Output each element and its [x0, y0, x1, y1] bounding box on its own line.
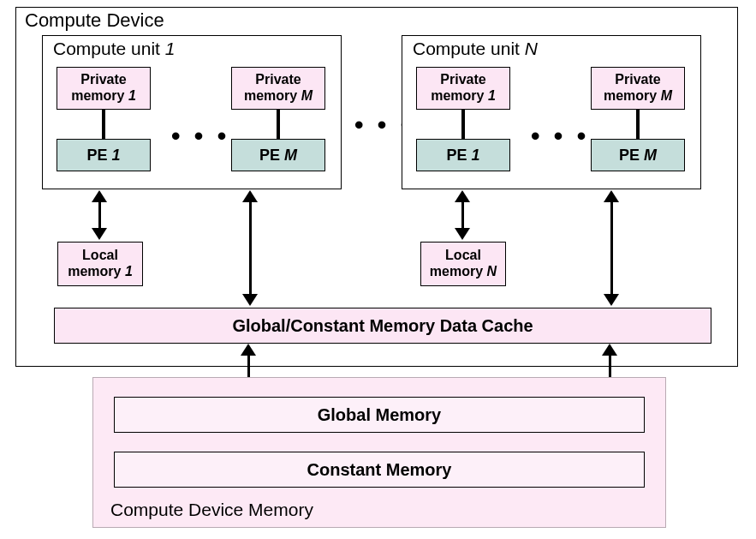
connector-pm1-pe1-cuN: [461, 110, 465, 139]
pm-line2: memory: [71, 88, 128, 103]
lm-line2-ital: N: [487, 264, 497, 278]
local-memory-N: Local memory N: [420, 242, 506, 286]
compute-device-container: Compute Device Compute unit 1 Private me…: [15, 7, 738, 367]
cuN-dots: • • •: [531, 122, 589, 151]
cuN-label-text: Compute unit: [413, 39, 525, 58]
pm-line2: memory: [604, 88, 661, 103]
connector-pmM-peM-cu1: [277, 110, 280, 139]
pe-ital: 1: [112, 147, 121, 164]
lm-line2: memory: [68, 264, 125, 278]
constant-memory: Constant Memory: [114, 452, 645, 488]
compute-unit-N: Compute unit N Private memory 1 Private …: [402, 35, 701, 189]
compute-unit-1-label: Compute unit 1: [53, 39, 175, 59]
pe-text: PE: [446, 147, 471, 164]
global-memory: Global Memory: [114, 397, 645, 433]
lm-line2-ital: 1: [125, 264, 133, 278]
lm-line1: Local: [445, 248, 481, 262]
pe-1-cu1: PE 1: [57, 139, 151, 171]
cu1-label-num: 1: [165, 39, 176, 58]
pm-line1: Private: [80, 72, 126, 87]
compute-device-memory-container: Global Memory Constant Memory Compute De…: [92, 377, 666, 528]
private-memory-M-cuN: Private memory M: [591, 67, 685, 110]
pe-text: PE: [619, 147, 644, 164]
pe-M-cu1: PE M: [231, 139, 325, 171]
cu1-dots: • • •: [171, 122, 229, 151]
pm-line1: Private: [440, 72, 485, 87]
local-memory-1: Local memory 1: [57, 242, 143, 286]
compute-unit-N-label: Compute unit N: [413, 39, 538, 59]
pm-line2: memory: [431, 88, 488, 103]
pe-ital: M: [644, 147, 657, 164]
connector-pm1-pe1-cu1: [102, 110, 105, 139]
lm-line2: memory: [430, 264, 487, 278]
private-memory-1-cu1: Private memory 1: [57, 67, 151, 110]
compute-unit-1: Compute unit 1 Private memory 1 Private …: [42, 35, 342, 189]
pe-ital: 1: [472, 147, 480, 164]
pe-text: PE: [86, 147, 111, 164]
pm-line2: memory: [244, 88, 301, 103]
pm-line2-ital: 1: [128, 88, 136, 103]
cuN-label-num: N: [525, 39, 538, 58]
compute-device-label: Compute Device: [25, 9, 164, 32]
pm-line1: Private: [255, 72, 301, 87]
pm-line2-ital: 1: [488, 88, 496, 103]
compute-device-memory-label: Compute Device Memory: [110, 500, 313, 520]
lm-line1: Local: [82, 248, 118, 262]
pe-M-cuN: PE M: [591, 139, 685, 171]
pm-line2-ital: M: [301, 88, 313, 103]
private-memory-M-cu1: Private memory M: [231, 67, 325, 110]
cu1-label-text: Compute unit: [53, 39, 165, 58]
pm-line2-ital: M: [661, 88, 672, 103]
pm-line1: Private: [615, 72, 660, 87]
pe-text: PE: [259, 147, 284, 164]
private-memory-1-cuN: Private memory 1: [416, 67, 510, 110]
pe-1-cuN: PE 1: [416, 139, 510, 171]
connector-pmM-peM-cuN: [636, 110, 640, 139]
global-constant-cache: Global/Constant Memory Data Cache: [54, 308, 711, 344]
pe-ital: M: [284, 147, 297, 164]
